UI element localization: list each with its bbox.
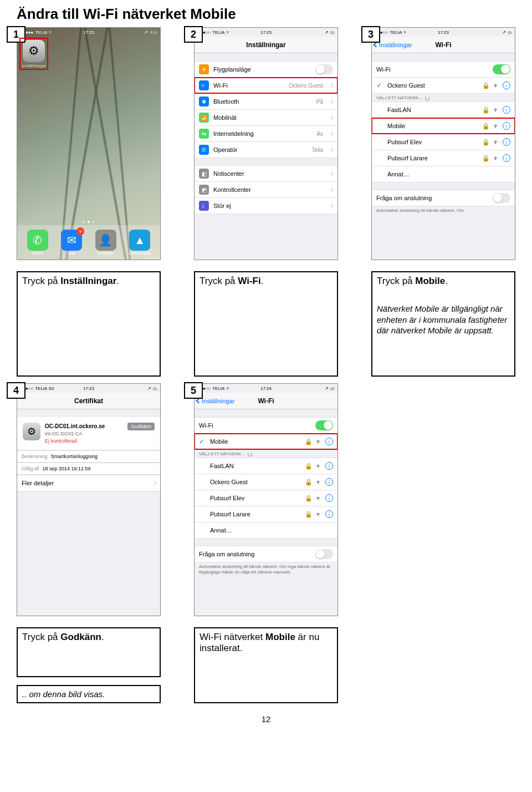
chevron-right-icon	[329, 204, 334, 208]
info-icon[interactable]: i	[325, 478, 333, 486]
network-row[interactable]: Ockero Guest🔒ᯤi	[195, 474, 337, 490]
chevron-right-icon	[329, 99, 334, 104]
info-icon[interactable]: i	[503, 154, 510, 162]
chevron-right-icon	[152, 481, 156, 485]
caption-5: Wi-Fi nätverket Mobile är nu installerat…	[194, 627, 338, 703]
lock-icon: 🔒	[482, 106, 490, 114]
wifi-toggle[interactable]	[493, 64, 510, 74]
certificate-box: ⚙︎ OC-DC01.int.ockero.se int-OC-DC01-CA …	[17, 417, 160, 450]
lock-icon: 🔒	[482, 123, 490, 130]
step-badge-3: 3	[361, 26, 380, 43]
info-icon[interactable]: i	[325, 462, 333, 470]
ask-to-join-row[interactable]: Fråga om anslutning	[372, 190, 515, 206]
dock-cmg[interactable]: ▲CMG Mobile	[126, 230, 153, 255]
wifi-icon: ᯤ	[493, 82, 499, 89]
settings-row[interactable]: ᯤWi-FiOckero Guest	[195, 77, 337, 94]
captions-row-1: Tryck på Inställningar. Tryck på Wi-Fi. …	[17, 267, 515, 377]
ask-toggle[interactable]	[493, 193, 510, 203]
toggle[interactable]	[315, 64, 333, 74]
step-badge-4: 4	[7, 382, 25, 399]
step-3: 3 ●●●○○TELIAᯤ 17:23 ↗▭ Inställningar Wi-…	[371, 27, 515, 260]
check-icon: ✓	[199, 438, 206, 445]
ask-group: Fråga om anslutning	[195, 546, 337, 562]
step-1: 1 ●●●●●TELIAᯤ 17:23 ↗⚡︎▭ ⚙︎ Inställninga…	[17, 27, 161, 260]
navbar: Inställningar Wi-Fi	[372, 37, 515, 53]
page-dots	[83, 221, 95, 223]
nav-title: Inställningar	[246, 41, 285, 49]
settings-row[interactable]: ◧Notiscenter	[195, 165, 337, 182]
settings-row[interactable]: ✈Flygplansläge	[195, 61, 337, 78]
dock-mail[interactable]: ✉︎9Mail	[58, 230, 85, 255]
network-row[interactable]: Mobile🔒ᯤi	[372, 118, 515, 134]
wifi-toggle-row[interactable]: Wi-Fi	[195, 417, 337, 434]
spinner-icon	[425, 96, 429, 100]
wifi-icon: ᯤ	[316, 479, 322, 485]
lock-icon: 🔒	[482, 139, 490, 146]
step-5: 5 ●●●○○TELIAᯤ 17:24 ↗▭ Inställningar Wi-…	[194, 383, 338, 616]
chevron-right-icon	[329, 115, 334, 120]
row-1: 1 ●●●●●TELIAᯤ 17:23 ↗⚡︎▭ ⚙︎ Inställninga…	[17, 27, 515, 260]
ask-toggle[interactable]	[315, 549, 333, 559]
network-row[interactable]: Pubsurf Elev🔒ᯤi	[372, 134, 515, 150]
network-row[interactable]: Pubsurf Larare🔒ᯤi	[195, 506, 337, 522]
row-icon: ᯤ	[199, 80, 209, 90]
info-icon[interactable]: i	[503, 138, 510, 146]
wifi-icon: ᯤ	[316, 463, 322, 469]
status-bar: ●●●○○TELIAᯤ 17:24 ↗▭	[195, 384, 337, 393]
row-icon: ⇆	[199, 129, 209, 139]
page-title: Ändra till Wi-Fi nätverket Mobile	[17, 6, 515, 23]
connected-network-row[interactable]: ✓ Mobile 🔒ᯤi	[195, 433, 337, 450]
screenshot-2: ●●●○○TELIAᯤ 17:23 ↗▭ Inställningar ✈Flyg…	[194, 27, 338, 260]
settings-row[interactable]: ◩Kontrollcenter	[195, 181, 337, 198]
chevron-left-icon	[196, 398, 202, 404]
info-icon[interactable]: i	[325, 494, 333, 502]
lock-icon: 🔒	[305, 511, 313, 518]
ask-to-join-row[interactable]: Fråga om anslutning	[195, 546, 337, 562]
network-row[interactable]: FastLAN🔒ᯤi	[372, 101, 515, 118]
row-icon: 📶	[199, 113, 209, 123]
step-2: 2 ●●●○○TELIAᯤ 17:23 ↗▭ Inställningar ✈Fl…	[194, 27, 338, 260]
dock: ✆Telefon ✉︎9Mail 👤Kontakter ▲CMG Mobile	[17, 225, 160, 260]
network-row[interactable]: FastLAN🔒ᯤi	[195, 458, 337, 474]
settings-row[interactable]: ✱BluetoothPå	[195, 93, 337, 110]
dock-contacts[interactable]: 👤Kontakter	[93, 230, 119, 255]
info-icon[interactable]: i	[325, 438, 333, 445]
network-row[interactable]: Pubsurf Elev🔒ᯤi	[195, 490, 337, 506]
step-4: 4 ●●●○○TELIA 3G 17:23 ↗▭ Certifikat ⚙︎ O…	[17, 383, 161, 616]
info-icon[interactable]: i	[503, 106, 510, 114]
wifi-icon: ᯤ	[493, 155, 499, 161]
status-bar: ●●●○○TELIAᯤ 17:23 ↗▭	[195, 28, 337, 37]
cmg-icon: ▲	[129, 230, 150, 251]
network-row[interactable]: Annat…	[195, 522, 337, 539]
info-icon[interactable]: i	[503, 122, 510, 130]
settings-row[interactable]: ☾Stör ej	[195, 197, 337, 214]
more-details-row[interactable]: Fler detaljer	[17, 475, 160, 491]
network-row[interactable]: Annat…	[372, 166, 515, 182]
wifi-toggle-group: Wi-Fi ✓ Mobile 🔒ᯤi	[195, 417, 337, 450]
connected-network-row[interactable]: ✓ Ockero Guest 🔒ᯤi	[372, 77, 515, 94]
home-app-settings[interactable]: ⚙︎ Inställningar	[22, 40, 46, 68]
wifi-icon: ᯤ	[316, 495, 322, 501]
navbar: Inställningar	[195, 37, 337, 53]
caption-2: Tryck på Wi-Fi.	[194, 271, 338, 377]
info-icon[interactable]: i	[325, 510, 333, 518]
app-label-settings: Inställningar	[22, 63, 46, 68]
nav-title: Wi-Fi	[435, 41, 451, 49]
dock-phone[interactable]: ✆Telefon	[24, 230, 51, 255]
settings-row[interactable]: ⇆InternetdelningAv	[195, 125, 337, 142]
caption-4: Tryck på Godkänn.	[17, 627, 161, 677]
status-bar: ●●●○○TELIA 3G 17:23 ↗▭	[17, 384, 160, 393]
screenshot-5: ●●●○○TELIAᯤ 17:24 ↗▭ Inställningar Wi-Fi…	[194, 383, 338, 616]
settings-row[interactable]: ✆OperatörTelia	[195, 141, 337, 158]
footer-text: Automatisk anslutning till kända nätverk…	[195, 562, 337, 578]
screenshot-4: ●●●○○TELIA 3G 17:23 ↗▭ Certifikat ⚙︎ OC-…	[17, 383, 161, 616]
info-icon[interactable]: i	[503, 82, 510, 89]
wifi-toggle-row[interactable]: Wi-Fi	[372, 61, 515, 78]
settings-row[interactable]: 📶Mobilnät	[195, 109, 337, 126]
network-row[interactable]: Pubsurf Larare🔒ᯤi	[372, 150, 515, 166]
wifi-toggle[interactable]	[315, 420, 333, 430]
settings-group-1: ✈FlygplanslägeᯤWi-FiOckero Guest✱Bluetoo…	[195, 61, 337, 158]
contacts-icon: 👤	[95, 230, 116, 251]
approve-button[interactable]: Godkänn	[127, 423, 155, 430]
settings-group-2: ◧Notiscenter◩Kontrollcenter☾Stör ej	[195, 165, 337, 214]
